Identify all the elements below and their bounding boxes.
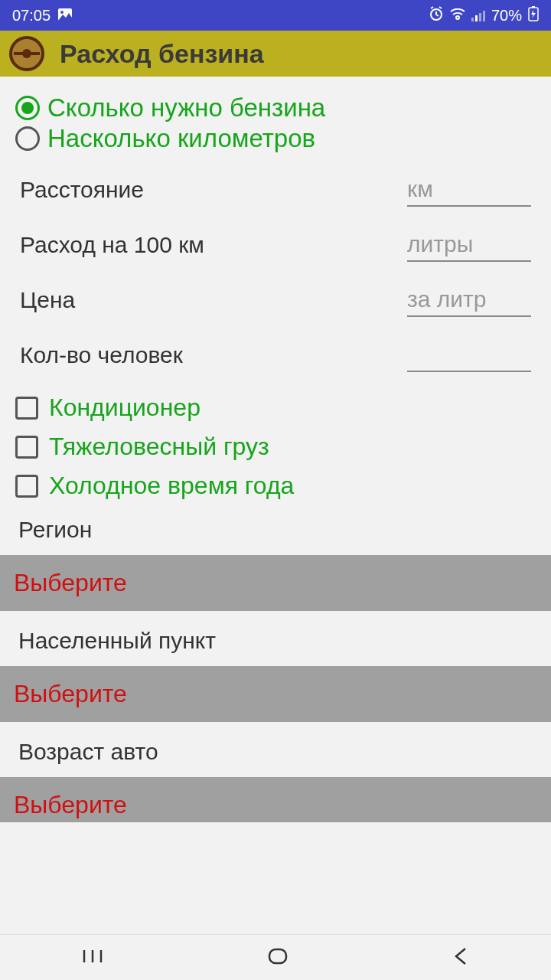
radio-label: Насколько километров (47, 124, 315, 153)
checkbox-ac[interactable]: Кондиционер (15, 394, 536, 422)
price-label: Цена (20, 287, 75, 313)
price-input[interactable] (407, 283, 531, 317)
distance-label: Расстояние (20, 177, 144, 203)
image-icon (58, 7, 72, 24)
home-button[interactable] (266, 946, 289, 969)
alarm-icon (429, 6, 444, 25)
svg-rect-4 (532, 6, 535, 8)
radio-option-distance[interactable]: Насколько километров (15, 124, 536, 153)
svg-rect-8 (269, 949, 286, 963)
checkbox-icon (15, 475, 38, 498)
consumption-input[interactable] (407, 228, 531, 262)
status-bar: 07:05 70% (0, 0, 551, 31)
status-time: 07:05 (12, 7, 51, 24)
radio-option-fuel-needed[interactable]: Сколько нужно бензина (15, 93, 536, 122)
app-title: Расход бензина (60, 39, 264, 69)
back-button[interactable] (452, 946, 470, 970)
consumption-label: Расход на 100 км (20, 232, 204, 258)
region-label: Регион (18, 517, 536, 543)
battery-text: 70% (491, 7, 522, 24)
city-label: Населенный пункт (18, 628, 536, 654)
car-age-label: Возраст авто (18, 739, 536, 765)
city-select[interactable]: Выберите (0, 666, 551, 722)
checkbox-cold-season[interactable]: Холодное время года (15, 472, 536, 500)
steering-wheel-icon (9, 36, 44, 71)
checkbox-icon (15, 397, 38, 420)
car-age-select[interactable]: Выберите (0, 777, 551, 822)
select-placeholder: Выберите (14, 791, 537, 819)
navigation-bar (0, 934, 551, 980)
radio-label: Сколько нужно бензина (47, 93, 325, 122)
app-bar: Расход бензина (0, 31, 551, 77)
radio-selected-icon (15, 96, 40, 120)
main-content: Сколько нужно бензина Насколько километр… (0, 77, 551, 822)
radio-unselected-icon (15, 126, 40, 151)
checkbox-label: Холодное время года (49, 472, 294, 500)
checkbox-label: Кондиционер (49, 394, 201, 422)
checkbox-label: Тяжеловесный груз (49, 433, 269, 461)
select-placeholder: Выберите (14, 569, 537, 597)
recent-apps-button[interactable] (81, 947, 104, 969)
select-placeholder: Выберите (14, 680, 537, 708)
battery-icon (528, 6, 539, 25)
svg-point-1 (60, 11, 64, 14)
wifi-icon (450, 7, 465, 24)
people-label: Кол-во человек (20, 342, 183, 368)
signal-icon (471, 9, 485, 21)
region-select[interactable]: Выберите (0, 555, 551, 611)
people-input[interactable] (407, 338, 531, 372)
checkbox-icon (15, 436, 38, 459)
distance-input[interactable] (407, 173, 531, 207)
checkbox-heavy-load[interactable]: Тяжеловесный груз (15, 433, 536, 461)
